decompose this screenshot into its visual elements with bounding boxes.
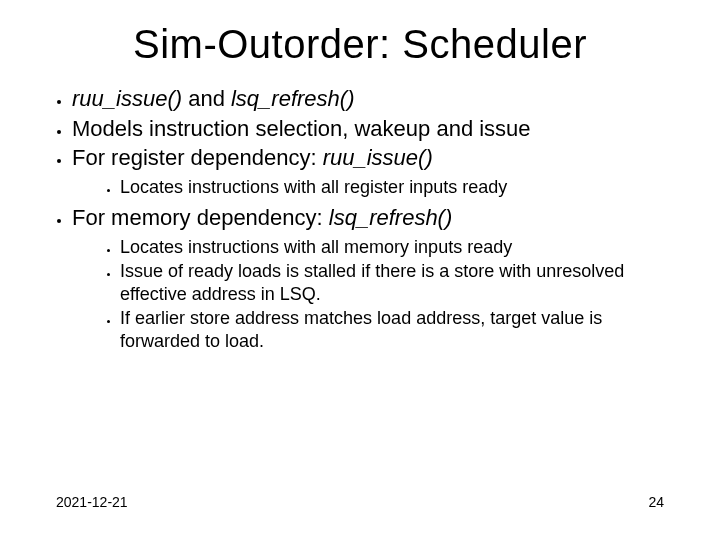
bullet-3: For register dependency: ruu_issue() Loc… bbox=[72, 144, 676, 198]
bullet-4-func: lsq_refresh() bbox=[329, 205, 452, 230]
slide: Sim-Outorder: Scheduler ruu_issue() and … bbox=[0, 0, 720, 540]
bullet-3-text: For register dependency: bbox=[72, 145, 323, 170]
footer-page: 24 bbox=[648, 494, 664, 510]
bullet-4-text: For memory dependency: bbox=[72, 205, 329, 230]
bullet-1-func2: lsq_refresh() bbox=[231, 86, 354, 111]
bullet-4-sub2: Issue of ready loads is stalled if there… bbox=[120, 260, 676, 305]
bullet-4: For memory dependency: lsq_refresh() Loc… bbox=[72, 204, 676, 352]
bullet-4-sub3: If earlier store address matches load ad… bbox=[120, 307, 676, 352]
slide-content: ruu_issue() and lsq_refresh() Models ins… bbox=[0, 85, 720, 352]
bullet-list: ruu_issue() and lsq_refresh() Models ins… bbox=[44, 85, 676, 352]
slide-title: Sim-Outorder: Scheduler bbox=[0, 0, 720, 85]
bullet-3-func: ruu_issue() bbox=[323, 145, 433, 170]
bullet-3-sub1: Locates instructions with all register i… bbox=[120, 176, 676, 199]
bullet-4-sub1: Locates instructions with all memory inp… bbox=[120, 236, 676, 259]
bullet-1: ruu_issue() and lsq_refresh() bbox=[72, 85, 676, 113]
bullet-3-sublist: Locates instructions with all register i… bbox=[72, 176, 676, 199]
bullet-1-and: and bbox=[182, 86, 231, 111]
bullet-4-sublist: Locates instructions with all memory inp… bbox=[72, 236, 676, 353]
footer-date: 2021-12-21 bbox=[56, 494, 128, 510]
bullet-2: Models instruction selection, wakeup and… bbox=[72, 115, 676, 143]
bullet-1-func1: ruu_issue() bbox=[72, 86, 182, 111]
